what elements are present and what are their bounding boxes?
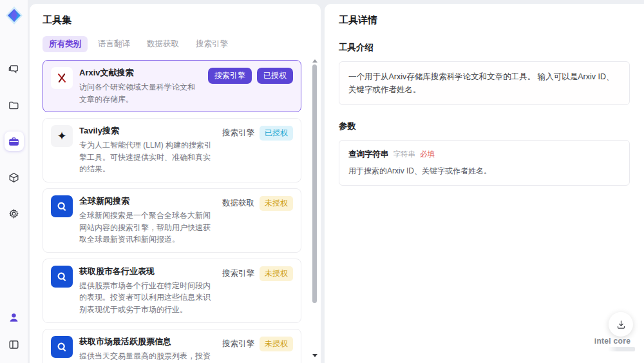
tool-name: Arxiv文献搜索 (79, 67, 202, 79)
tool-meta: 搜索引擎 已授权 (222, 126, 293, 141)
params-heading: 参数 (339, 121, 630, 132)
scroll-down-icon[interactable] (312, 354, 317, 357)
scroll-up-icon[interactable] (312, 59, 317, 63)
tool-name: 全球新闻搜索 (79, 195, 216, 207)
brand-text: intel core (590, 337, 635, 346)
app-logo-icon (4, 5, 24, 26)
category-label: 搜索引擎 (222, 128, 254, 139)
category-tabs: 所有类别 语言翻译 数据获取 搜索引擎 (43, 36, 309, 52)
tool-desc: 访问各个研究领域大量科学论文和文章的存储库。 (79, 81, 202, 105)
param-name: 查询字符串 (348, 149, 389, 160)
tool-meta: 数据获取 未授权 (222, 196, 293, 211)
blue-search-icon (51, 266, 73, 288)
sidebar-item-models[interactable] (5, 168, 24, 187)
tool-desc: 提供当天交易量最高的股票列表，投资者可以利用这些信息来识别流动性强的股票和潜在的… (79, 350, 216, 363)
tool-card-arxiv[interactable]: Arxiv文献搜索 访问各个研究领域大量科学论文和文章的存储库。 搜索引擎 已授… (43, 60, 301, 112)
tool-card-most-active-stocks[interactable]: 获取市场最活跃股票信息 提供当天交易量最高的股票列表，投资者可以利用这些信息来识… (43, 329, 301, 363)
gear-icon (8, 208, 20, 220)
arxiv-icon (51, 67, 73, 89)
sidebar-item-chat[interactable] (5, 59, 24, 79)
tab-data-fetching[interactable]: 数据获取 (140, 36, 185, 52)
sidebar-item-tools[interactable] (5, 132, 24, 151)
tab-language-translation[interactable]: 语言翻译 (91, 36, 137, 52)
page-title: 工具集 (43, 14, 309, 26)
param-desc: 用于搜索的Arxiv ID、关键字或作者姓名。 (348, 166, 620, 177)
param-required-badge: 必填 (420, 150, 435, 159)
list-scrollbar[interactable] (312, 59, 318, 357)
download-icon (616, 319, 627, 330)
user-icon (8, 311, 20, 324)
download-button[interactable] (609, 312, 633, 337)
tool-meta: 搜索引擎 已授权 (208, 68, 293, 84)
tool-meta: 搜索引擎 未授权 (222, 337, 293, 351)
tool-desc: 专为人工智能代理 (LLM) 构建的搜索引擎工具。可快速提供实时、准确和真实的结… (79, 139, 216, 175)
user-avatar[interactable] (5, 308, 24, 327)
tool-card-global-news[interactable]: 全球新闻搜索 全球新闻搜索是一个聚合全球各大新闻网站内容的搜索引擎，帮助用户快速… (43, 188, 301, 253)
brand-label: intel core (594, 337, 630, 346)
auth-status-badge: 已授权 (257, 68, 293, 84)
detail-title: 工具详情 (339, 14, 630, 26)
panel-toggle-icon (8, 338, 20, 351)
tab-all-categories[interactable]: 所有类别 (43, 36, 88, 52)
blue-search-icon (51, 195, 73, 217)
chat-icon (8, 63, 20, 75)
tool-name: 获取市场最活跃股票信息 (79, 336, 216, 348)
tool-detail-panel: 工具详情 工具介绍 一个用于从Arxiv存储库搜索科学论文和文章的工具。 输入可… (325, 4, 644, 363)
scrollbar-thumb[interactable] (312, 64, 317, 303)
param-type: 字符串 (393, 150, 416, 159)
intro-heading: 工具介绍 (339, 42, 630, 54)
tool-card-body: 全球新闻搜索 全球新闻搜索是一个聚合全球各大新闻网站内容的搜索引擎，帮助用户快速… (79, 195, 216, 246)
star-glyph: ✦ (57, 130, 66, 142)
tool-card-body: 获取市场最活跃股票信息 提供当天交易量最高的股票列表，投资者可以利用这些信息来识… (79, 336, 216, 363)
tool-list-panel: 工具集 所有类别 语言翻译 数据获取 搜索引擎 Arxiv文献搜索 访问各个研究… (30, 4, 321, 363)
intel-core-logo: intel core (590, 337, 635, 351)
tool-name: Tavily搜索 (79, 125, 216, 137)
tavily-star-icon: ✦ (51, 125, 73, 147)
auth-status-badge: 未授权 (260, 266, 293, 281)
tool-card-body: Tavily搜索 专为人工智能代理 (LLM) 构建的搜索引擎工具。可快速提供实… (79, 125, 216, 175)
tool-desc: 提供股票市场各个行业在特定时间段内的表现。投资者可以利用这些信息来识别表现优于或… (79, 280, 216, 316)
tool-card-list: Arxiv文献搜索 访问各个研究领域大量科学论文和文章的存储库。 搜索引擎 已授… (43, 60, 309, 363)
auth-status-badge: 已授权 (260, 126, 293, 141)
intro-text-box: 一个用于从Arxiv存储库搜索科学论文和文章的工具。 输入可以是Arxiv ID… (339, 61, 630, 105)
sidebar-item-files[interactable] (5, 95, 24, 115)
briefcase-icon (8, 135, 20, 148)
auth-status-badge: 未授权 (260, 196, 293, 211)
category-badge: 搜索引擎 (208, 68, 252, 84)
category-label: 数据获取 (222, 198, 254, 209)
folder-icon (8, 99, 20, 112)
tool-meta: 搜索引擎 未授权 (222, 266, 293, 281)
tool-card-body: Arxiv文献搜索 访问各个研究领域大量科学论文和文章的存储库。 (79, 67, 202, 105)
collapse-sidebar-button[interactable] (5, 335, 24, 354)
tab-search-engine[interactable]: 搜索引擎 (189, 36, 234, 52)
tool-name: 获取股市各行业表现 (79, 266, 216, 277)
sidebar-item-settings[interactable] (5, 204, 24, 223)
auth-status-badge: 未授权 (260, 337, 293, 351)
tool-card-body: 获取股市各行业表现 提供股票市场各个行业在特定时间段内的表现。投资者可以利用这些… (79, 266, 216, 316)
cube-icon (8, 172, 20, 184)
category-label: 搜索引擎 (222, 338, 254, 349)
brand-underline (590, 347, 635, 351)
param-item: 查询字符串 字符串 必填 用于搜索的Arxiv ID、关键字或作者姓名。 (339, 140, 630, 186)
param-head: 查询字符串 字符串 必填 (348, 149, 620, 160)
tool-desc: 全球新闻搜索是一个聚合全球各大新闻网站内容的搜索引擎，帮助用户快速获取全球最新资… (79, 210, 216, 246)
tool-card-tavily[interactable]: ✦ Tavily搜索 专为人工智能代理 (LLM) 构建的搜索引擎工具。可快速提… (43, 118, 301, 182)
left-rail (0, 0, 28, 363)
blue-search-icon (51, 336, 73, 358)
tool-card-sector-performance[interactable]: 获取股市各行业表现 提供股票市场各个行业在特定时间段内的表现。投资者可以利用这些… (43, 259, 301, 323)
category-label: 搜索引擎 (222, 268, 254, 279)
